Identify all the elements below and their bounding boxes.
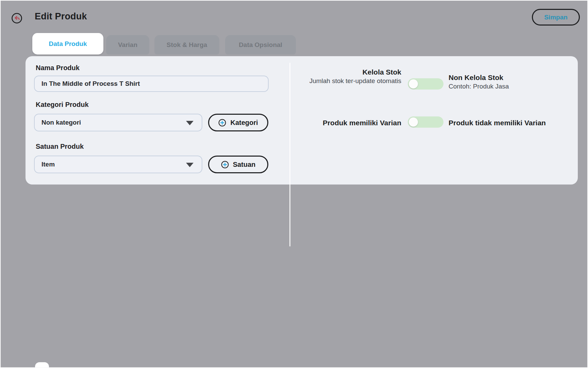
plus-circle-icon bbox=[218, 119, 226, 127]
tab-label: Data Produk bbox=[49, 40, 87, 48]
undo-arrow-icon bbox=[11, 13, 22, 24]
page-title: Edit Produk bbox=[35, 11, 87, 22]
toggle-knob bbox=[409, 79, 418, 89]
plus-circle-icon bbox=[221, 161, 229, 169]
chevron-down-icon bbox=[186, 163, 194, 167]
non-varian-title: Produk tidak memiliki Varian bbox=[449, 118, 546, 127]
varian-title: Produk memiliki Varian bbox=[299, 118, 401, 127]
screen-corner-fragment bbox=[35, 362, 49, 368]
save-button[interactable]: Simpan bbox=[532, 9, 580, 26]
back-button[interactable] bbox=[11, 13, 22, 24]
kategori-dropdown-value: Non kategori bbox=[41, 119, 81, 126]
chevron-down-icon bbox=[186, 121, 194, 125]
vertical-divider bbox=[289, 63, 290, 246]
kelola-stok-title: Kelola Stok bbox=[299, 67, 401, 77]
kelola-stok-subtitle: Jumlah stok ter-update otomatis bbox=[299, 77, 401, 85]
kelola-stok-option: Kelola Stok Jumlah stok ter-update otoma… bbox=[299, 67, 401, 85]
non-kelola-stok-title: Non Kelola Stok bbox=[449, 73, 509, 82]
variant-toggle[interactable] bbox=[408, 116, 443, 128]
add-kategori-label: Kategori bbox=[230, 119, 258, 127]
non-kelola-stok-subtitle: Contoh: Produk Jasa bbox=[449, 82, 509, 91]
tab-label: Data Opsional bbox=[239, 41, 282, 49]
non-kelola-stok-option: Non Kelola Stok Contoh: Produk Jasa bbox=[449, 73, 509, 91]
nama-produk-label: Nama Produk bbox=[36, 64, 80, 72]
tab-label: Stok & Harga bbox=[167, 41, 207, 49]
tab-data-produk[interactable]: Data Produk bbox=[32, 33, 103, 54]
add-kategori-button[interactable]: Kategori bbox=[208, 114, 268, 131]
tab-varian[interactable]: Varian bbox=[106, 35, 149, 54]
kategori-produk-label: Kategori Produk bbox=[36, 101, 89, 109]
tab-label: Varian bbox=[118, 41, 137, 49]
nama-produk-input[interactable] bbox=[34, 76, 269, 92]
tab-stok-harga[interactable]: Stok & Harga bbox=[154, 35, 219, 54]
satuan-dropdown-value: Item bbox=[41, 161, 55, 168]
varian-option: Produk memiliki Varian bbox=[299, 118, 401, 127]
stock-management-toggle[interactable] bbox=[408, 78, 443, 90]
satuan-dropdown[interactable]: Item bbox=[34, 156, 202, 173]
kategori-dropdown[interactable]: Non kategori bbox=[34, 114, 202, 131]
satuan-produk-label: Satuan Produk bbox=[36, 143, 84, 150]
edit-product-screen: Edit Produk Simpan Data Produk Varian St… bbox=[0, 0, 588, 368]
toggle-knob bbox=[409, 117, 418, 127]
tab-data-opsional[interactable]: Data Opsional bbox=[225, 35, 296, 54]
add-satuan-label: Satuan bbox=[233, 161, 256, 169]
add-satuan-button[interactable]: Satuan bbox=[208, 156, 268, 173]
non-varian-option: Produk tidak memiliki Varian bbox=[449, 118, 546, 127]
